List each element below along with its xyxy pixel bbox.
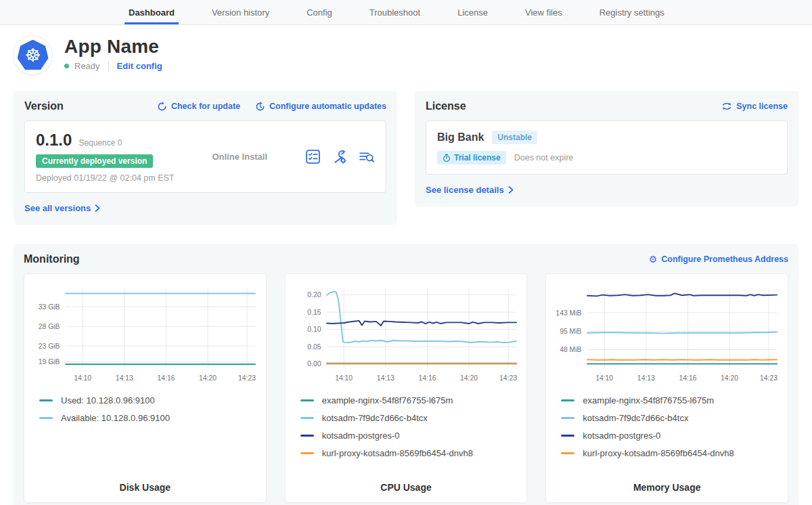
svg-text:0.05: 0.05	[307, 343, 321, 351]
legend-swatch	[561, 452, 574, 454]
svg-text:14:13: 14:13	[116, 374, 133, 382]
legend-label: example-nginx-54f8f76755-l675m	[583, 395, 714, 405]
memory-usage-title: Memory Usage	[551, 482, 782, 493]
legend-swatch	[39, 399, 53, 401]
legend-item: kotsadm-7f9dc7d66c-b4tcx	[561, 413, 782, 423]
chevron-right-icon	[95, 204, 100, 212]
app-logo: ☸	[14, 36, 52, 74]
sync-arrows-icon	[721, 102, 732, 111]
install-type-label: Online Install	[212, 152, 267, 162]
svg-text:14:20: 14:20	[721, 374, 738, 382]
clock-refresh-icon	[255, 102, 265, 112]
legend-swatch	[561, 435, 574, 437]
tab-config[interactable]: Config	[307, 0, 332, 24]
legend-item: kurl-proxy-kotsadm-8569fb6454-dnvh8	[300, 448, 522, 458]
legend-label: kotsadm-postgres-0	[583, 431, 660, 441]
memory-usage-legend: example-nginx-54f8f76755-l675mkotsadm-7f…	[551, 385, 782, 479]
refresh-icon	[157, 102, 167, 112]
license-card-title: License	[426, 100, 466, 112]
svg-text:14:23: 14:23	[499, 374, 517, 382]
svg-text:14:16: 14:16	[418, 374, 436, 382]
tab-license[interactable]: License	[457, 0, 488, 24]
version-card: Version Check for update Configure au	[14, 91, 397, 225]
status-dot	[64, 64, 69, 68]
svg-text:14:20: 14:20	[460, 374, 478, 382]
license-panel: Big Bank Unstable Trial license Does not…	[426, 120, 788, 175]
legend-swatch	[300, 417, 314, 419]
svg-text:14:13: 14:13	[637, 374, 655, 382]
legend-item: Used: 10.128.0.96:9100	[39, 395, 261, 405]
svg-text:0.00: 0.00	[307, 360, 321, 368]
sequence-label: Sequence 0	[78, 138, 122, 148]
status-label: Ready	[74, 61, 100, 71]
license-card: License Sync license Big Bank Unstable	[415, 91, 798, 206]
legend-label: Available: 10.128.0.96:9100	[61, 413, 170, 423]
config-wrench-icon[interactable]	[332, 149, 347, 164]
legend-label: kotsadm-7f9dc7d66c-b4tcx	[583, 413, 688, 423]
tab-view-files[interactable]: View files	[525, 0, 562, 24]
configure-automatic-updates-link[interactable]: Configure automatic updates	[255, 102, 386, 112]
top-nav: Dashboard Version history Config Trouble…	[0, 0, 812, 25]
tab-version-history[interactable]: Version history	[212, 0, 269, 24]
check-for-update-link[interactable]: Check for update	[157, 102, 240, 112]
legend-swatch	[300, 399, 314, 401]
configure-prometheus-link[interactable]: ⚙ Configure Prometheus Address	[649, 255, 788, 264]
svg-text:14:16: 14:16	[157, 374, 175, 382]
svg-text:0.15: 0.15	[307, 309, 321, 316]
tab-troubleshoot[interactable]: Troubleshoot	[369, 0, 420, 24]
current-version-panel: 0.1.0 Sequence 0 Currently deployed vers…	[24, 120, 386, 193]
gear-icon: ⚙	[649, 255, 658, 264]
see-license-details-link[interactable]: See license details	[426, 185, 514, 195]
cpu-usage-chart-card: 14:1014:1314:1614:2014:230.200.150.100.0…	[285, 273, 528, 503]
deployed-timestamp: Deployed 01/19/22 @ 02:04 pm EST	[36, 173, 174, 183]
legend-label: kotsadm-postgres-0	[322, 431, 400, 441]
legend-item: kotsadm-7f9dc7d66c-b4tcx	[300, 413, 522, 423]
svg-text:14:20: 14:20	[199, 374, 217, 382]
monitoring-section: Monitoring ⚙ Configure Prometheus Addres…	[14, 244, 798, 505]
version-card-title: Version	[24, 100, 64, 112]
svg-text:14:10: 14:10	[596, 374, 614, 382]
version-number: 0.1.0	[36, 131, 72, 150]
expiry-label: Does not expire	[514, 153, 574, 162]
svg-text:28 GiB: 28 GiB	[39, 323, 60, 330]
divider	[108, 62, 109, 71]
edit-config-link[interactable]: Edit config	[117, 61, 162, 71]
see-all-versions-link[interactable]: See all versions	[24, 203, 100, 213]
disk-usage-chart-card: 14:1014:1314:1614:2014:2333 GiB28 GiB23 …	[24, 273, 267, 503]
svg-text:14:23: 14:23	[760, 374, 777, 382]
svg-text:143 MiB: 143 MiB	[556, 309, 582, 317]
cpu-usage-legend: example-nginx-54f8f76755-l675mkotsadm-7f…	[291, 385, 522, 479]
legend-label: kurl-proxy-kotsadm-8569fb6454-dnvh8	[583, 448, 734, 458]
legend-item: Available: 10.128.0.96:9100	[39, 413, 261, 423]
sync-license-link[interactable]: Sync license	[721, 102, 788, 111]
svg-text:23 GiB: 23 GiB	[39, 343, 60, 350]
svg-text:0.20: 0.20	[307, 291, 321, 299]
memory-usage-plot: 14:1014:1314:1614:2014:23143 MiB95 MiB48…	[551, 282, 782, 385]
disk-usage-plot: 14:1014:1314:1614:2014:2333 GiB28 GiB23 …	[30, 282, 261, 385]
legend-label: kotsadm-7f9dc7d66c-b4tcx	[322, 413, 428, 423]
svg-text:14:10: 14:10	[335, 374, 353, 382]
disk-usage-legend: Used: 10.128.0.96:9100Available: 10.128.…	[30, 385, 261, 479]
helm-wheel-glyph: ☸	[24, 46, 41, 64]
preflight-checks-icon[interactable]	[305, 149, 321, 164]
cards-row: Version Check for update Configure au	[0, 91, 812, 225]
kubernetes-icon: ☸	[18, 40, 49, 71]
view-logs-icon[interactable]	[358, 149, 375, 164]
monitoring-title: Monitoring	[24, 253, 80, 265]
tab-dashboard[interactable]: Dashboard	[129, 0, 175, 24]
charts-row: 14:1014:1314:1614:2014:2333 GiB28 GiB23 …	[24, 273, 788, 503]
legend-swatch	[561, 399, 574, 401]
customer-name: Big Bank	[437, 131, 484, 144]
svg-text:0.10: 0.10	[307, 326, 321, 333]
svg-text:14:13: 14:13	[377, 374, 394, 382]
svg-text:33 GiB: 33 GiB	[39, 303, 60, 311]
legend-label: Used: 10.128.0.96:9100	[61, 395, 155, 405]
app-header: ☸ App Name Ready Edit config	[0, 25, 812, 74]
legend-item: kotsadm-postgres-0	[300, 431, 522, 441]
tab-registry-settings[interactable]: Registry settings	[600, 0, 664, 24]
svg-text:14:23: 14:23	[238, 374, 256, 382]
memory-usage-chart-card: 14:1014:1314:1614:2014:23143 MiB95 MiB48…	[545, 273, 788, 503]
legend-item: example-nginx-54f8f76755-l675m	[300, 395, 522, 405]
svg-text:19 GiB: 19 GiB	[39, 358, 60, 366]
deployed-status-badge: Currently deployed version	[36, 154, 153, 168]
